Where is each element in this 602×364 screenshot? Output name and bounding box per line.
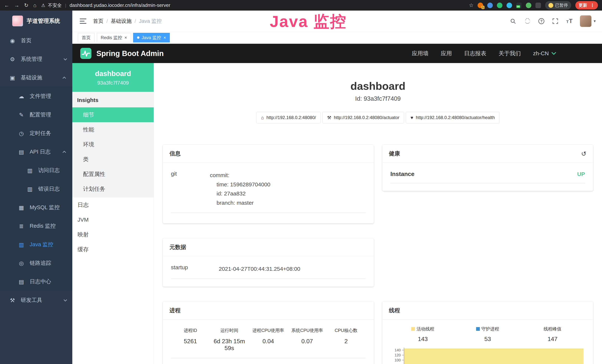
bookmark-star-icon[interactable]: ☆ bbox=[469, 3, 473, 8]
sba-nav-about[interactable]: 关于我们 bbox=[499, 50, 521, 57]
font-size-icon[interactable]: TT bbox=[566, 18, 572, 24]
sba-instance-header[interactable]: dashboard 93a3fc7f7409 bbox=[72, 63, 154, 92]
wrench-icon: ⚒ bbox=[327, 115, 331, 120]
dashboard-icon: ◉ bbox=[9, 37, 16, 44]
close-icon[interactable]: × bbox=[124, 35, 127, 40]
sidebar-item-home[interactable]: ◉ 首页 bbox=[0, 31, 72, 50]
card-title: 信息 bbox=[163, 145, 374, 163]
sidebar-item-config-mgmt[interactable]: ✎ 配置管理 bbox=[0, 106, 72, 124]
service-url: http://192.168.0.2:48080/ bbox=[266, 115, 316, 120]
browser-toolbar: ← → ↻ ⌂ ⚠ 不安全 | dashboard.yudao.iocoder.… bbox=[0, 0, 602, 11]
user-menu[interactable]: ▾ bbox=[580, 15, 596, 27]
card-body: 活动线程 143 守护进程 bbox=[382, 320, 593, 364]
process-col: 系统CPU使用率 0.07 bbox=[288, 327, 327, 352]
sba-menu-performance[interactable]: 性能 bbox=[72, 122, 154, 137]
sba-menu-mappings[interactable]: 映射 bbox=[72, 227, 154, 242]
refresh-icon[interactable]: ↻ bbox=[24, 3, 28, 8]
sba-nav-applications[interactable]: 应用 bbox=[441, 50, 452, 57]
sidebar-item-java-monitor[interactable]: ▥ Java 监控 bbox=[0, 235, 72, 254]
sidebar-item-link-tracing[interactable]: ◎ 链路追踪 bbox=[0, 254, 72, 272]
sba-language-select[interactable]: zh-CN bbox=[533, 50, 556, 57]
process-col-value: 2 bbox=[327, 338, 366, 345]
sba-menu-other: 日志 JVM 映射 缓存 bbox=[72, 197, 154, 257]
health-url-button[interactable]: ♥ http://192.168.0.2:48080/actuator/heal… bbox=[406, 112, 499, 123]
chart-area-series bbox=[404, 349, 584, 364]
sidebar-item-redis-monitor[interactable]: ≣ Redis 监控 bbox=[0, 217, 72, 235]
process-card: 进程 进程ID 5261 运行时间 6d 23h 15m 59 bbox=[163, 301, 374, 364]
update-button[interactable]: 更新 ⋮ bbox=[575, 1, 598, 10]
search-icon[interactable] bbox=[509, 18, 516, 25]
close-icon[interactable]: × bbox=[163, 35, 166, 40]
process-col-header: 进程CPU使用率 bbox=[249, 327, 288, 333]
breadcrumb-separator: / bbox=[135, 18, 136, 24]
cloud-icon: ☁ bbox=[18, 93, 25, 100]
tab-java-monitor[interactable]: Java 监控 × bbox=[133, 33, 170, 43]
hamburger-icon[interactable] bbox=[79, 17, 87, 25]
extension-icon[interactable] bbox=[506, 3, 512, 8]
fullscreen-icon[interactable] bbox=[552, 18, 559, 25]
sba-menu-caches[interactable]: 缓存 bbox=[72, 242, 154, 257]
sba-menu-classes[interactable]: 类 bbox=[72, 152, 154, 167]
chevron-up-icon bbox=[63, 76, 66, 80]
sidebar-item-log-center[interactable]: ▤ 日志中心 bbox=[0, 272, 72, 291]
actuator-url-button[interactable]: ⚒ http://192.168.0.2:48080/actuator bbox=[322, 112, 404, 123]
sidebar-logo[interactable]: 芋道管理系统 bbox=[0, 11, 72, 31]
breadcrumb-infrastructure[interactable]: 基础设施 bbox=[111, 18, 132, 25]
extension-icon[interactable]: on bbox=[516, 3, 522, 8]
sidebar-item-system-mgmt[interactable]: ⚙ 系统管理 bbox=[0, 50, 72, 68]
breadcrumb-home[interactable]: 首页 bbox=[93, 18, 103, 25]
sba-menu-jvm[interactable]: JVM bbox=[72, 212, 154, 227]
sidebar-menu: ◉ 首页 ⚙ 系统管理 ▣ 基础设施 ☁ 文件管理 ✎ 配置管理 bbox=[0, 31, 72, 310]
sba-body: dashboard 93a3fc7f7409 Insights 细节 性能 环境 bbox=[72, 63, 602, 364]
sba-nav-wallboard[interactable]: 应用墙 bbox=[412, 50, 429, 57]
service-url-button[interactable]: ⌂ http://192.168.0.2:48080/ bbox=[256, 112, 321, 123]
back-icon[interactable]: ← bbox=[4, 3, 9, 8]
health-url: http://192.168.0.2:48080/actuator/health bbox=[416, 115, 495, 120]
sidebar-item-error-logs[interactable]: ▥ 错误日志 bbox=[0, 180, 72, 198]
clock-icon: ◷ bbox=[18, 130, 25, 137]
sidebar-item-label: 日志中心 bbox=[30, 278, 51, 285]
github-icon[interactable] bbox=[524, 18, 531, 25]
sba-menu-item-label: 性能 bbox=[83, 126, 94, 134]
sidebar-item-mysql-monitor[interactable]: ▦ MySQL 监控 bbox=[0, 198, 72, 217]
tab-label: Redis 监控 bbox=[101, 35, 122, 41]
sidebar-item-file-mgmt[interactable]: ☁ 文件管理 bbox=[0, 87, 72, 106]
help-icon[interactable]: ? bbox=[538, 18, 544, 24]
sba-menu-config-props[interactable]: 配置属性 bbox=[72, 167, 154, 182]
sidebar-item-access-logs[interactable]: ▥ 访问日志 bbox=[0, 161, 72, 180]
sba-brand-title[interactable]: Spring Boot Admin bbox=[97, 49, 164, 58]
paused-badge[interactable]: 已暂停 bbox=[545, 1, 571, 10]
sidebar-item-infrastructure[interactable]: ▣ 基础设施 bbox=[0, 68, 72, 87]
sba-menu-label: Insights bbox=[72, 92, 154, 107]
card-body: git commit: time: 1596289704000 id: 27aa… bbox=[163, 163, 374, 224]
sidebar-item-api-logs[interactable]: ▤ API 日志 bbox=[0, 143, 72, 161]
sba-menu-logs[interactable]: 日志 bbox=[72, 197, 154, 212]
process-col: 进程ID 5261 bbox=[171, 327, 210, 352]
extension-icon[interactable]: 1 bbox=[478, 3, 483, 8]
warning-icon: ⚠ bbox=[41, 3, 45, 8]
sba-menu-environment[interactable]: 环境 bbox=[72, 137, 154, 152]
info-card: 信息 git commit: time: 1596289704000 id: 2… bbox=[163, 145, 374, 224]
sba-menu-item-label: 映射 bbox=[77, 231, 89, 238]
monitor-icon: ▣ bbox=[9, 75, 16, 81]
address-bar[interactable]: ⚠ 不安全 | dashboard.yudao.iocoder.cn/infra… bbox=[41, 2, 170, 8]
sba-menu-details[interactable]: 细节 bbox=[72, 107, 154, 122]
extension-icon[interactable] bbox=[536, 3, 541, 8]
sba-nav-journal[interactable]: 日志报表 bbox=[464, 50, 486, 57]
sidebar-item-label: 文件管理 bbox=[30, 93, 51, 100]
tab-redis-monitor[interactable]: Redis 监控 × bbox=[97, 33, 131, 43]
sidebar-item-scheduled-tasks[interactable]: ◷ 定时任务 bbox=[0, 124, 72, 143]
eye-icon: ◎ bbox=[18, 260, 25, 267]
sba-menu-scheduled-tasks[interactable]: 计划任务 bbox=[72, 182, 154, 196]
health-row: Instance UP bbox=[390, 171, 585, 183]
forward-icon[interactable]: → bbox=[14, 3, 19, 8]
history-icon[interactable]: ↺ bbox=[581, 150, 587, 157]
home-icon[interactable]: ⌂ bbox=[33, 3, 36, 8]
app-logo-image bbox=[12, 16, 23, 26]
sidebar-item-label: 错误日志 bbox=[38, 185, 60, 193]
extension-icon[interactable] bbox=[487, 3, 493, 8]
extension-icon[interactable] bbox=[526, 3, 531, 8]
tab-home[interactable]: 首页 bbox=[78, 33, 95, 43]
sidebar-item-dev-tools[interactable]: ⚒ 研发工具 bbox=[0, 291, 72, 310]
extension-icon[interactable] bbox=[497, 3, 502, 8]
